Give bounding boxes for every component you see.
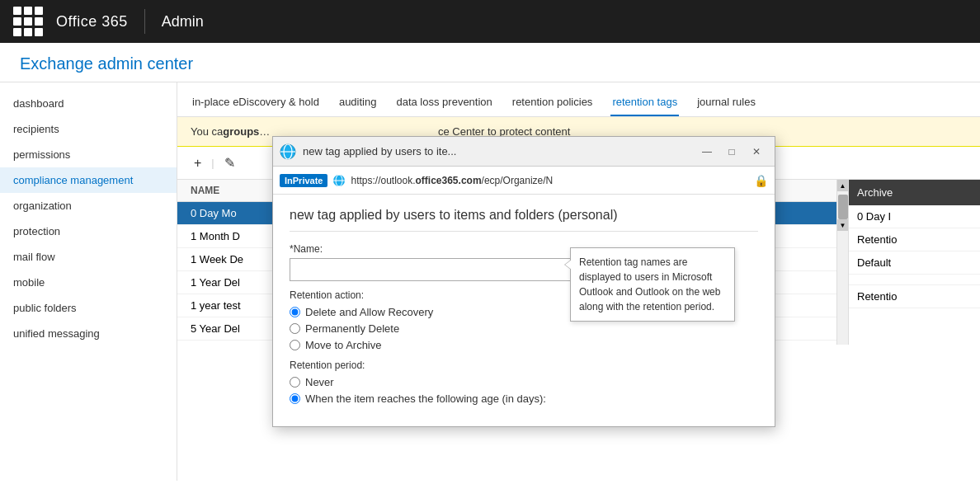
radio-move-to-archive-input[interactable] bbox=[290, 340, 300, 350]
radio-move-to-archive-label: Move to Archive bbox=[305, 339, 382, 351]
tab-data-loss-prevention[interactable]: data loss prevention bbox=[394, 91, 493, 116]
sidebar-item-mail-flow[interactable]: mail flow bbox=[0, 244, 177, 270]
sidebar: dashboard recipients permissions complia… bbox=[0, 82, 177, 481]
sub-nav: in-place eDiscovery & hold auditing data… bbox=[177, 82, 980, 117]
right-panel-row: Retentio bbox=[849, 228, 980, 251]
tab-journal-rules[interactable]: journal rules bbox=[695, 91, 757, 116]
browser-title: new tag applied by users to ite... bbox=[303, 145, 689, 157]
tooltip-box: Retention tag names are displayed to use… bbox=[570, 247, 735, 322]
radio-delete-allow-input[interactable] bbox=[290, 307, 300, 317]
product-name: Office 365 bbox=[56, 13, 128, 31]
right-panel-row bbox=[849, 275, 980, 285]
address-ie-icon bbox=[332, 174, 346, 187]
top-bar-divider bbox=[144, 9, 145, 34]
top-bar: Office 365 Admin bbox=[0, 0, 980, 43]
inprivate-badge: InPrivate bbox=[280, 174, 327, 187]
dialog-title: new tag applied by users to items and fo… bbox=[290, 208, 758, 232]
sidebar-item-mobile[interactable]: mobile bbox=[0, 270, 177, 295]
radio-permanently-delete[interactable]: Permanently Delete bbox=[290, 322, 758, 335]
name-input[interactable] bbox=[290, 258, 587, 281]
browser-window: new tag applied by users to ite... — □ ✕… bbox=[272, 136, 775, 427]
address-url: https://outlook.office365.com/ecp/Organi… bbox=[351, 175, 749, 186]
sidebar-item-permissions[interactable]: permissions bbox=[0, 142, 177, 167]
radio-delete-allow-label: Delete and Allow Recovery bbox=[305, 306, 433, 318]
page-title: Exchange admin center bbox=[20, 54, 193, 73]
sidebar-item-protection[interactable]: protection bbox=[0, 219, 177, 244]
tab-retention-tags[interactable]: retention tags bbox=[610, 91, 679, 116]
retention-period-label: Retention period: bbox=[290, 359, 758, 371]
radio-permanently-delete-input[interactable] bbox=[290, 323, 300, 334]
sidebar-item-organization[interactable]: organization bbox=[0, 193, 177, 219]
table-scrollbar[interactable]: ▲ ▼ bbox=[836, 180, 848, 345]
scroll-down-button[interactable]: ▼ bbox=[837, 219, 849, 231]
page-header: Exchange admin center bbox=[0, 43, 980, 82]
radio-when-age-input[interactable] bbox=[290, 393, 300, 404]
close-button[interactable]: ✕ bbox=[745, 141, 768, 162]
sidebar-item-recipients[interactable]: recipients bbox=[0, 116, 177, 142]
add-button[interactable]: + bbox=[191, 154, 205, 172]
tooltip-text: Retention tag names are displayed to use… bbox=[579, 256, 720, 312]
radio-when-age[interactable]: When the item reaches the following age … bbox=[290, 392, 758, 405]
browser-content: new tag applied by users to items and fo… bbox=[273, 195, 775, 426]
right-panel: Archive 0 Day I Retentio Default Retenti… bbox=[848, 180, 980, 345]
browser-addressbar: InPrivate https://outlook.office365.com/… bbox=[273, 167, 775, 195]
right-panel-row: Retentio bbox=[849, 285, 980, 308]
radio-permanently-delete-label: Permanently Delete bbox=[305, 322, 399, 335]
app-grid-icon[interactable] bbox=[13, 7, 43, 36]
tab-auditing[interactable]: auditing bbox=[337, 91, 379, 116]
lock-icon: 🔒 bbox=[754, 174, 768, 187]
sidebar-item-public-folders[interactable]: public folders bbox=[0, 295, 177, 321]
radio-move-to-archive[interactable]: Move to Archive bbox=[290, 339, 758, 351]
minimize-button[interactable]: — bbox=[695, 141, 719, 162]
radio-never[interactable]: Never bbox=[290, 376, 758, 388]
sidebar-item-compliance-management[interactable]: compliance management bbox=[0, 167, 177, 193]
right-panel-header: Archive bbox=[849, 180, 980, 205]
right-panel-row: Default bbox=[849, 251, 980, 275]
window-controls: — □ ✕ bbox=[695, 141, 768, 162]
right-panel-row: 0 Day I bbox=[849, 205, 980, 228]
edit-button[interactable]: ✎ bbox=[221, 153, 238, 172]
scroll-thumb[interactable] bbox=[838, 195, 848, 219]
sidebar-item-dashboard[interactable]: dashboard bbox=[0, 91, 177, 116]
radio-never-input[interactable] bbox=[290, 377, 300, 388]
retention-period-group: Retention period: Never When the item re… bbox=[290, 359, 758, 405]
tab-retention-policies[interactable]: retention policies bbox=[511, 91, 595, 116]
scroll-up-button[interactable]: ▲ bbox=[837, 180, 849, 191]
section-name: Admin bbox=[162, 13, 204, 31]
radio-never-label: Never bbox=[305, 376, 334, 388]
radio-when-age-label: When the item reaches the following age … bbox=[305, 392, 546, 405]
browser-titlebar: new tag applied by users to ite... — □ ✕ bbox=[273, 137, 775, 167]
ie-icon bbox=[280, 143, 296, 160]
sidebar-item-unified-messaging[interactable]: unified messaging bbox=[0, 321, 177, 346]
maximize-button[interactable]: □ bbox=[720, 141, 743, 162]
tab-in-place-ediscovery[interactable]: in-place eDiscovery & hold bbox=[191, 91, 321, 116]
